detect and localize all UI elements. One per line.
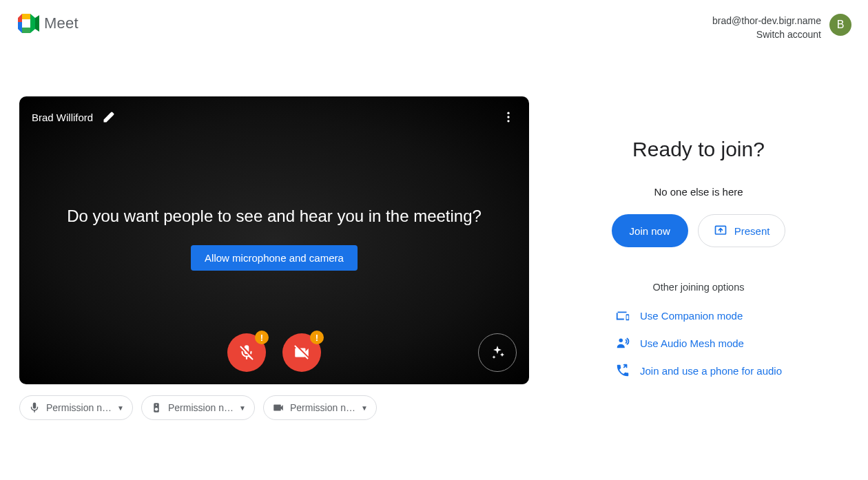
account-area: brad@thor-dev.bigr.name Switch account B (712, 14, 851, 41)
speaker-icon (150, 401, 163, 414)
mic-icon (28, 401, 41, 414)
mic-alert-badge: ! (255, 331, 269, 344)
account-email: brad@thor-dev.bigr.name (712, 14, 821, 28)
phone-audio-option[interactable]: Join and use a phone for audio (615, 363, 782, 378)
left-column: Brad Williford Do you wa (19, 96, 529, 420)
more-vert-icon (502, 110, 515, 124)
edit-name-icon[interactable] (103, 111, 115, 123)
avatar[interactable]: B (829, 14, 851, 36)
svg-point-7 (507, 120, 509, 122)
phone-audio-label: Join and use a phone for audio (640, 365, 782, 377)
camera-alert-badge: ! (310, 331, 324, 344)
participants-subtitle: No one else is here (654, 186, 743, 198)
svg-rect-0 (18, 22, 22, 29)
switch-account-link[interactable]: Switch account (712, 28, 821, 41)
participant-name-row: Brad Williford (32, 111, 115, 123)
caret-down-icon: ▼ (239, 404, 246, 412)
brand-name: Meet (44, 14, 79, 32)
video-preview: Brad Williford Do you wa (19, 96, 529, 384)
audio-mesh-option[interactable]: Use Audio Mesh mode (615, 335, 782, 351)
camera-off-icon (293, 344, 311, 362)
device-selectors: Permission ne… ▼ Permission ne… ▼ (19, 395, 529, 420)
speaker-selector[interactable]: Permission ne… ▼ (141, 395, 255, 420)
brand[interactable]: Meet (17, 14, 79, 33)
other-options-title: Other joining options (653, 282, 745, 293)
allow-mic-camera-button[interactable]: Allow microphone and camera (191, 245, 358, 271)
more-options-button[interactable] (497, 106, 519, 128)
permission-prompt: Do you want people to see and hear you i… (19, 207, 529, 271)
present-button[interactable]: Present (698, 214, 786, 247)
present-label: Present (734, 225, 770, 237)
svg-rect-1 (22, 14, 30, 19)
visual-effects-button[interactable] (478, 333, 517, 372)
mic-toggle-button[interactable]: ! (227, 333, 266, 372)
ready-heading: Ready to join? (632, 138, 765, 161)
account-text: brad@thor-dev.bigr.name Switch account (712, 14, 821, 41)
phone-audio-icon (615, 363, 630, 378)
mic-off-icon (238, 344, 256, 362)
svg-point-9 (155, 408, 158, 411)
camera-selector-label: Permission ne… (290, 402, 355, 413)
sparkle-icon (489, 344, 506, 361)
main: Brad Williford Do you wa (0, 83, 868, 420)
audio-mesh-icon (615, 335, 630, 351)
camera-icon (272, 401, 285, 414)
audio-mesh-label: Use Audio Mesh mode (640, 337, 744, 349)
svg-rect-2 (22, 28, 30, 33)
participant-name: Brad Williford (32, 112, 93, 123)
companion-mode-option[interactable]: Use Companion mode (615, 308, 782, 323)
camera-selector[interactable]: Permission ne… ▼ (263, 395, 377, 420)
caret-down-icon: ▼ (117, 404, 124, 412)
devices-icon (615, 308, 630, 323)
join-actions: Join now Present (612, 214, 786, 247)
present-icon (714, 224, 727, 238)
join-now-button[interactable]: Join now (612, 214, 688, 247)
header: Meet brad@thor-dev.bigr.name Switch acco… (0, 0, 868, 41)
camera-toggle-button[interactable]: ! (282, 333, 321, 372)
meet-logo-icon (17, 14, 40, 33)
preview-top-bar: Brad Williford (32, 106, 519, 128)
permission-question: Do you want people to see and hear you i… (19, 207, 529, 226)
media-controls: ! ! (19, 333, 529, 372)
svg-point-6 (507, 116, 509, 118)
mic-selector-label: Permission ne… (46, 402, 112, 413)
svg-point-12 (619, 339, 623, 343)
speaker-selector-label: Permission ne… (168, 402, 234, 413)
other-options-list: Use Companion mode Use Audio Mesh mode (615, 308, 782, 378)
mic-selector[interactable]: Permission ne… ▼ (19, 395, 133, 420)
right-panel: Ready to join? No one else is here Join … (557, 96, 868, 420)
svg-point-5 (507, 112, 509, 114)
caret-down-icon: ▼ (361, 404, 368, 412)
svg-point-10 (156, 404, 157, 406)
companion-mode-label: Use Companion mode (640, 310, 743, 322)
